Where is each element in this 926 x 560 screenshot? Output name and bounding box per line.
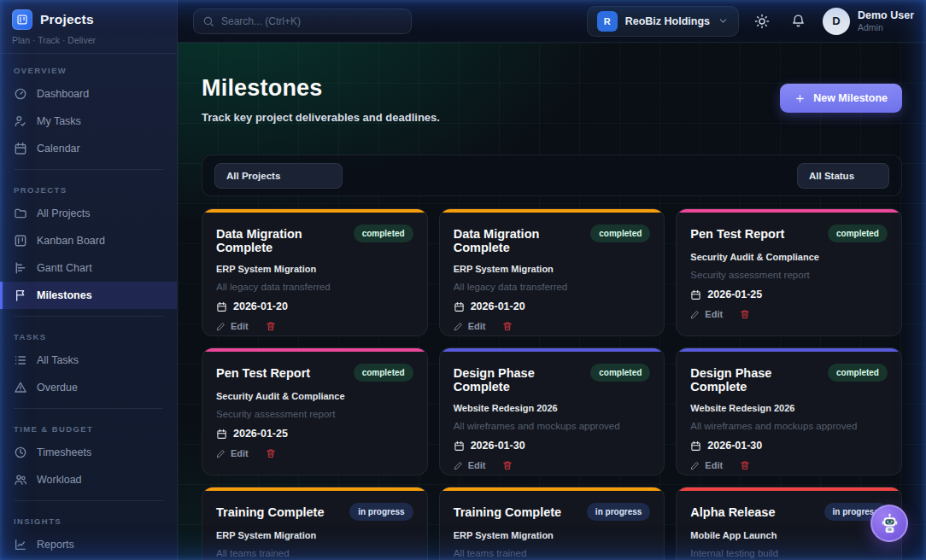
user-menu[interactable]: D Demo User Admin — [823, 8, 914, 35]
milestone-card: Data Migration Complete completed ERP Sy… — [202, 208, 428, 336]
trash-icon — [266, 448, 276, 458]
alert-triangle-icon — [14, 381, 27, 394]
edit-button[interactable]: Edit — [216, 448, 249, 458]
sun-icon — [754, 14, 770, 29]
status-badge: in progress — [349, 503, 413, 521]
milestone-description: All legacy data transferred — [454, 282, 651, 292]
notifications-button[interactable] — [785, 9, 811, 34]
milestone-title: Alpha Release — [690, 505, 775, 519]
milestone-title: Pen Test Report — [690, 227, 784, 241]
chevron-down-icon — [718, 15, 729, 26]
milestone-description: Internal testing build — [690, 548, 888, 558]
edit-button[interactable]: Edit — [454, 460, 486, 470]
sidebar-item-timesheets[interactable]: Timesheets — [0, 439, 177, 466]
sidebar-header: Projects Plan · Track · Deliver — [0, 0, 177, 54]
pencil-icon — [454, 322, 463, 331]
edit-button[interactable]: Edit — [690, 460, 723, 470]
calendar-icon — [454, 301, 465, 312]
milestone-title: Data Migration Complete — [216, 227, 347, 254]
status-badge: completed — [354, 225, 413, 242]
edit-button[interactable]: Edit — [454, 321, 486, 331]
theme-toggle-button[interactable] — [749, 9, 775, 34]
status-filter-select[interactable]: All Status — [797, 163, 889, 189]
milestone-project: Website Redesign 2026 — [690, 403, 888, 413]
status-badge: in progress — [587, 503, 650, 521]
sidebar-item-milestones[interactable]: Milestones — [0, 282, 177, 309]
milestone-title: Design Phase Complete — [454, 366, 584, 394]
nav-section-time-budget: TIME & BUDGET — [0, 416, 177, 439]
milestone-project: Mobile App Launch — [690, 530, 888, 540]
org-switcher-button[interactable]: R ReoBiz Holdings — [587, 6, 739, 37]
sidebar-item-calendar[interactable]: Calendar — [0, 135, 177, 162]
milestone-due-date: 2026-01-20 — [454, 300, 651, 312]
delete-button[interactable] — [266, 448, 276, 458]
milestone-due-date: 2026-01-25 — [690, 289, 888, 300]
milestone-project: ERP System Migration — [216, 530, 413, 540]
sidebar-nav: OVERVIEW Dashboard My Tasks Calendar PRO… — [0, 54, 177, 560]
milestone-card: Pen Test Report completed Security Audit… — [202, 347, 428, 475]
status-badge: completed — [828, 225, 888, 242]
search-box[interactable] — [193, 9, 412, 34]
gantt-icon — [14, 261, 27, 275]
pencil-icon — [216, 449, 226, 458]
pencil-icon — [690, 461, 700, 470]
edit-button[interactable]: Edit — [690, 309, 723, 319]
sidebar-item-all-tasks[interactable]: All Tasks — [0, 347, 177, 374]
trash-icon — [502, 460, 513, 470]
plus-icon — [794, 93, 806, 104]
sidebar-item-gantt-chart[interactable]: Gantt Chart — [0, 254, 177, 282]
search-input[interactable] — [221, 15, 402, 27]
milestone-project: Security Audit & Compliance — [216, 391, 413, 401]
flag-icon — [14, 289, 27, 302]
milestone-card: Alpha Release in progress Mobile App Lau… — [676, 487, 902, 560]
project-filter-select[interactable]: All Projects — [214, 163, 343, 189]
milestone-card: Data Migration Complete completed ERP Sy… — [439, 208, 665, 336]
sidebar-item-workload[interactable]: Workload — [0, 466, 177, 493]
milestone-description: All legacy data transferred — [216, 282, 413, 292]
nav-section-tasks: TASKS — [0, 324, 177, 347]
delete-button[interactable] — [740, 309, 750, 319]
user-avatar: D — [823, 8, 850, 35]
app-name: Projects — [40, 12, 94, 27]
delete-button[interactable] — [502, 321, 513, 331]
new-milestone-button[interactable]: New Milestone — [780, 84, 902, 113]
delete-button[interactable] — [740, 460, 750, 470]
calendar-icon — [216, 429, 227, 440]
delete-button[interactable] — [266, 321, 276, 331]
milestone-card: Design Phase Complete completed Website … — [439, 347, 665, 475]
users-icon — [14, 473, 27, 487]
app-logo-icon — [12, 9, 32, 30]
milestone-card: Design Phase Complete completed Website … — [676, 347, 902, 475]
edit-button[interactable]: Edit — [216, 321, 249, 331]
pencil-icon — [216, 322, 226, 331]
milestone-title: Pen Test Report — [216, 366, 310, 380]
status-badge: completed — [828, 364, 888, 382]
sidebar-divider — [14, 500, 163, 501]
sidebar-item-overdue[interactable]: Overdue — [0, 374, 177, 401]
sidebar-item-all-projects[interactable]: All Projects — [0, 200, 177, 227]
page-title: Milestones — [202, 75, 440, 102]
line-chart-icon — [14, 538, 27, 551]
sidebar-item-reports[interactable]: Reports — [0, 531, 177, 558]
calendar-icon — [690, 289, 701, 300]
milestone-card: Training Complete in progress ERP System… — [202, 487, 428, 560]
delete-button[interactable] — [502, 460, 513, 470]
milestone-title: Design Phase Complete — [690, 366, 821, 394]
milestones-grid: Data Migration Complete completed ERP Sy… — [202, 208, 902, 560]
trash-icon — [740, 309, 750, 319]
sidebar-item-kanban-board[interactable]: Kanban Board — [0, 227, 177, 254]
milestone-description: All wireframes and mockups approved — [454, 421, 651, 431]
milestone-description: Security assessment report — [690, 270, 888, 280]
sidebar-item-my-tasks[interactable]: My Tasks — [0, 108, 177, 135]
filter-bar: All Projects All Status — [202, 155, 902, 196]
chat-assistant-button[interactable] — [870, 505, 908, 542]
milestone-project: Website Redesign 2026 — [454, 403, 651, 413]
calendar-icon — [454, 440, 465, 452]
milestone-title: Training Complete — [216, 505, 325, 519]
pencil-icon — [690, 310, 700, 319]
app-window: Projects Plan · Track · Deliver OVERVIEW… — [0, 0, 926, 560]
milestone-due-date: 2026-01-30 — [454, 440, 651, 452]
status-badge: completed — [590, 225, 650, 242]
sidebar-item-dashboard[interactable]: Dashboard — [0, 80, 177, 108]
sidebar-divider — [14, 316, 163, 317]
